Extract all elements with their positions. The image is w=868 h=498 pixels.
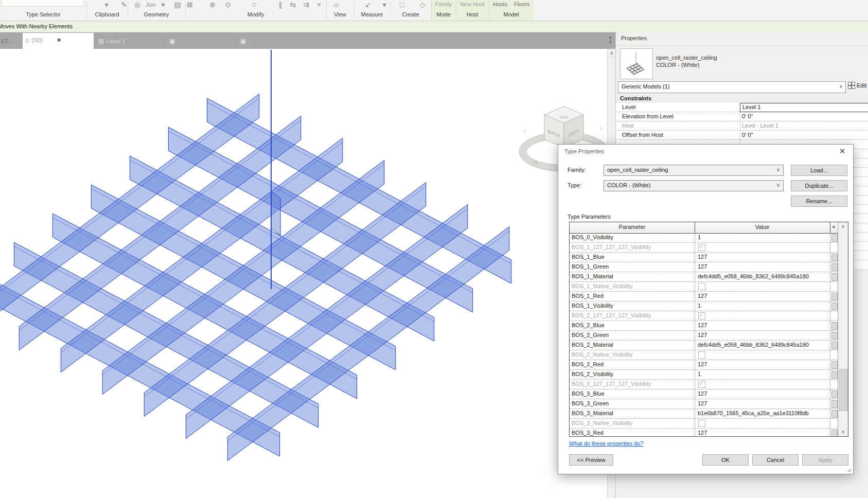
tab-partial[interactable]: ET...	[0, 34, 21, 49]
associate-parameter-button[interactable]	[831, 303, 838, 310]
parameter-row[interactable]: BOS_2_Blue127	[570, 321, 838, 331]
parameter-row[interactable]: BOS_2_127_127_127_Visibility✓	[570, 311, 838, 321]
associate-parameter-button[interactable]	[831, 371, 838, 379]
parameter-row[interactable]: BOS_1_Blue127	[570, 253, 838, 262]
parameter-row[interactable]: BOS_1_Green127	[570, 262, 838, 272]
level-value-cell[interactable]: Level 1	[740, 103, 868, 112]
beam-tool-icon[interactable]: ▤	[173, 0, 182, 10]
new-host-button[interactable]: New Host	[456, 1, 489, 7]
visibility-checkbox[interactable]	[698, 283, 705, 290]
scrollbar-thumb[interactable]	[839, 369, 848, 411]
tab-list-chevron-icon[interactable]: ∨∨	[606, 35, 614, 46]
associate-parameter-button[interactable]	[831, 322, 838, 330]
ceiling-grid-model[interactable]	[0, 49, 607, 498]
property-row[interactable]: Elevation from Level0' 0"	[616, 112, 868, 121]
rename-button[interactable]: Rename...	[791, 195, 847, 207]
type-selector-combo[interactable]	[1, 0, 84, 7]
cancel-button[interactable]: Cancel	[752, 454, 799, 466]
measure-icon[interactable]: ↙	[363, 0, 373, 10]
family-combobox[interactable]: open_cell_raster_ceiling ∨	[604, 165, 784, 176]
dialog-close-icon[interactable]: ✕	[838, 147, 847, 156]
parameter-row[interactable]: BOS_3_Green127	[570, 399, 838, 409]
property-row[interactable]: LevelLevel 1	[616, 103, 868, 112]
constraints-section-header[interactable]: Constraints	[616, 95, 868, 103]
tab-3d[interactable]: ⌂{3D}×	[23, 33, 94, 49]
associate-parameter-button[interactable]	[831, 273, 838, 281]
visibility-checkbox[interactable]: ✓	[698, 381, 705, 388]
parameter-row[interactable]: BOS_1_Red127	[570, 292, 838, 301]
parameter-column-header[interactable]: Parameter	[570, 224, 695, 230]
parameter-row[interactable]: BOS_2_Red127	[570, 360, 838, 370]
parameter-row[interactable]: BOS_3_Red127	[570, 429, 838, 436]
scroll-up-icon[interactable]: ∧	[608, 49, 616, 58]
associate-parameter-button[interactable]	[831, 342, 838, 349]
parameter-row[interactable]: BOS_3_127_127_127_Visibility✓	[570, 380, 838, 389]
join-caret-icon[interactable]: ▾	[160, 0, 167, 10]
ok-button[interactable]: OK	[702, 454, 749, 466]
parameter-row[interactable]: BOS_2_Green127	[570, 331, 838, 341]
model-viewport[interactable]: TOP BACK LEFT N W E S ⊗	[0, 49, 607, 498]
property-row[interactable]: Offset from Host0' 0"	[616, 131, 868, 140]
moves-with-nearby-checkbox-label[interactable]: Moves With Nearby Elements	[0, 23, 73, 29]
visibility-checkbox[interactable]	[698, 420, 705, 427]
split-icon[interactable]: ∥	[277, 0, 284, 10]
associate-parameter-button[interactable]	[831, 234, 838, 242]
category-selector[interactable]: Generic Models (1) ∨	[618, 81, 846, 93]
value-column-header[interactable]: Value	[695, 224, 830, 230]
visibility-checkbox[interactable]: ✓	[698, 244, 705, 251]
dropdown-caret-icon[interactable]: ▾	[103, 0, 110, 10]
associate-parameter-button[interactable]	[831, 293, 838, 300]
family-button[interactable]: Family	[431, 1, 456, 7]
parameter-row[interactable]: BOS_3_Native_Visibility	[570, 419, 838, 429]
tab-close-icon[interactable]: ×	[57, 36, 61, 44]
properties-help-link[interactable]: What do these properties do?	[569, 440, 643, 447]
associate-parameter-button[interactable]	[831, 430, 838, 436]
parameter-row[interactable]: BOS_3_Materialb1e6b870_1565_45ca_a25e_aa…	[570, 409, 838, 419]
demolish-icon[interactable]: ⊠	[185, 0, 194, 10]
create-box-icon[interactable]: □	[397, 0, 406, 10]
parameter-row[interactable]: BOS_2_Materialdefc4dd5_e058_46bb_8362_64…	[570, 341, 838, 350]
align-icon[interactable]: ⇆	[288, 0, 297, 10]
floors-button[interactable]: Floors	[510, 1, 533, 7]
trim-icon[interactable]: ⇉	[302, 0, 311, 10]
join-label[interactable]: Join	[143, 0, 158, 10]
visibility-checkbox[interactable]	[698, 351, 705, 359]
view-tool-icon[interactable]: ▱	[331, 0, 341, 10]
tab-level-1[interactable]: ▤Level 1	[96, 34, 164, 49]
associate-parameter-button[interactable]	[831, 254, 838, 261]
copy-icon[interactable]: ⊙	[223, 0, 233, 10]
join-icon[interactable]: ◎	[133, 0, 142, 10]
apply-button[interactable]: Apply	[802, 454, 848, 466]
associate-parameter-button[interactable]	[831, 400, 838, 408]
measure-caret-icon[interactable]: ▾	[381, 0, 388, 10]
associate-parameter-button[interactable]	[831, 410, 838, 418]
associate-parameter-button[interactable]	[831, 361, 838, 369]
parameter-row[interactable]: BOS_2_Native_Visibility	[570, 350, 838, 360]
parameter-row[interactable]: BOS_1_127_127_127_Visibility✓	[570, 243, 838, 253]
associate-parameter-button[interactable]	[831, 332, 838, 340]
type-combobox[interactable]: COLOR - (White) ∨	[604, 180, 784, 191]
resize-grip[interactable]: ◢	[847, 467, 851, 472]
scroll-up-icon[interactable]: ∧	[838, 222, 848, 230]
parameter-row[interactable]: BOS_1_Materialdefc4dd5_e058_46bb_8362_64…	[570, 272, 838, 282]
tab-drawing-1[interactable]: ▣-	[167, 34, 235, 49]
scroll-down-icon[interactable]: ∨	[838, 428, 848, 436]
edit-type-button[interactable]: Edit Type	[848, 82, 868, 92]
parameter-row[interactable]: BOS_0_Visibility1	[570, 233, 838, 243]
parameter-row[interactable]: BOS_1_Visibility1	[570, 301, 838, 311]
parameter-row[interactable]: BOS_2_Visibility1	[570, 370, 838, 380]
move-icon[interactable]: ⊕	[208, 0, 217, 10]
load-button[interactable]: Load...	[791, 165, 847, 176]
tab-drawing-2[interactable]: ▣-	[238, 34, 306, 49]
preview-button[interactable]: << Preview	[569, 454, 613, 466]
delete-icon[interactable]: ×	[315, 0, 323, 10]
associate-parameter-button[interactable]	[831, 263, 838, 271]
parameter-row[interactable]: BOS_3_Blue127	[570, 389, 838, 399]
duplicate-button[interactable]: Duplicate...	[791, 180, 847, 191]
property-row[interactable]: HostLevel : Level 1	[616, 121, 868, 131]
associate-parameter-button[interactable]	[831, 390, 838, 398]
create-diamond-icon[interactable]: ◇	[419, 0, 426, 10]
offset-icon[interactable]: ○	[249, 0, 259, 10]
parameter-row[interactable]: BOS_1_Native_Visibility	[570, 282, 838, 292]
visibility-checkbox[interactable]: ✓	[698, 312, 705, 319]
